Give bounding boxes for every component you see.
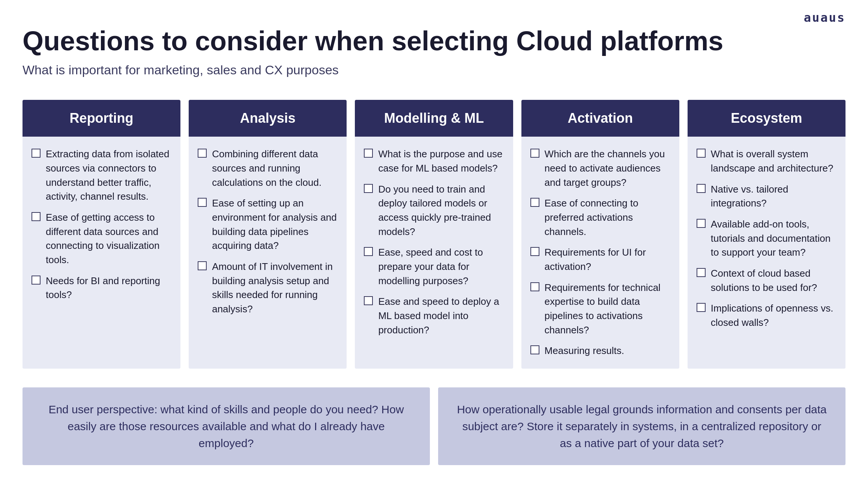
list-item: Requirements for UI for activation? — [530, 246, 670, 274]
column-ecosystem: EcosystemWhat is overall system landscap… — [688, 100, 845, 369]
list-item: Context of cloud based solutions to be u… — [697, 267, 836, 295]
list-item-text: Measuring results. — [545, 344, 624, 358]
list-item: Native vs. tailored integrations? — [697, 182, 836, 211]
list-item-text: Requirements for technical expertise to … — [545, 281, 670, 337]
checkbox-icon — [198, 261, 207, 270]
list-item-text: Combining different data sources and run… — [212, 147, 338, 190]
column-header-ecosystem: Ecosystem — [688, 100, 845, 137]
list-item: Requirements for technical expertise to … — [530, 281, 670, 337]
list-item-text: Do you need to train and deploy tailored… — [378, 182, 504, 239]
list-item: Extracting data from isolated sources vi… — [32, 147, 171, 204]
column-reporting: ReportingExtracting data from isolated s… — [23, 100, 180, 369]
checkbox-icon — [697, 184, 706, 193]
list-item: Measuring results. — [530, 344, 670, 358]
checkbox-icon — [198, 198, 207, 207]
checkbox-icon — [364, 184, 373, 193]
list-item-text: Ease of getting access to different data… — [46, 211, 171, 267]
list-item-text: Needs for BI and reporting tools? — [46, 274, 171, 302]
column-body-activation: Which are the channels you need to activ… — [521, 137, 679, 369]
checkbox-icon — [530, 149, 539, 158]
list-item-text: Ease of connecting to preferred activati… — [545, 196, 670, 239]
page-subtitle: What is important for marketing, sales a… — [23, 63, 845, 77]
checkbox-icon — [364, 247, 373, 256]
checkbox-icon — [198, 149, 207, 158]
columns-wrapper: ReportingExtracting data from isolated s… — [23, 100, 845, 369]
column-body-ecosystem: What is overall system landscape and arc… — [688, 137, 845, 369]
list-item-text: Context of cloud based solutions to be u… — [711, 267, 836, 295]
checkbox-icon — [530, 247, 539, 256]
list-item-text: Requirements for UI for activation? — [545, 246, 670, 274]
list-item-text: Native vs. tailored integrations? — [711, 182, 836, 211]
column-modelling: Modelling & MLWhat is the purpose and us… — [355, 100, 513, 369]
checkbox-icon — [32, 276, 41, 285]
column-analysis: AnalysisCombining different data sources… — [189, 100, 347, 369]
list-item-text: Extracting data from isolated sources vi… — [46, 147, 171, 204]
list-item-text: What is the purpose and use case for ML … — [378, 147, 504, 175]
checkbox-icon — [530, 198, 539, 207]
checkbox-icon — [697, 149, 706, 158]
column-header-analysis: Analysis — [189, 100, 347, 137]
list-item: Implications of openness vs. closed wall… — [697, 301, 836, 330]
list-item-text: Which are the channels you need to activ… — [545, 147, 670, 190]
list-item: Amount of IT involvement in building ana… — [198, 260, 338, 316]
checkbox-icon — [364, 296, 373, 305]
bottom-box-bottom-left: End user perspective: what kind of skill… — [23, 387, 430, 465]
list-item-text: Implications of openness vs. closed wall… — [711, 301, 836, 330]
list-item-text: Ease, speed and cost to prepare your dat… — [378, 246, 504, 288]
logo: auaus — [804, 11, 845, 25]
list-item: What is overall system landscape and arc… — [697, 147, 836, 175]
column-header-modelling: Modelling & ML — [355, 100, 513, 137]
list-item: Ease of setting up an environment for an… — [198, 196, 338, 253]
list-item-text: Available add-on tools, tutorials and do… — [711, 217, 836, 260]
column-body-reporting: Extracting data from isolated sources vi… — [23, 137, 180, 369]
column-activation: ActivationWhich are the channels you nee… — [521, 100, 679, 369]
list-item: Available add-on tools, tutorials and do… — [697, 217, 836, 260]
column-header-activation: Activation — [521, 100, 679, 137]
list-item-text: Ease of setting up an environment for an… — [212, 196, 338, 253]
list-item-text: Amount of IT involvement in building ana… — [212, 260, 338, 316]
page-title: Questions to consider when selecting Clo… — [23, 26, 845, 56]
column-body-analysis: Combining different data sources and run… — [189, 137, 347, 369]
list-item: Ease of connecting to preferred activati… — [530, 196, 670, 239]
column-header-reporting: Reporting — [23, 100, 180, 137]
bottom-box-bottom-right: How operationally usable legal grounds i… — [438, 387, 845, 465]
checkbox-icon — [697, 268, 706, 277]
checkbox-icon — [32, 212, 41, 221]
list-item: Ease of getting access to different data… — [32, 211, 171, 267]
list-item: Ease, speed and cost to prepare your dat… — [364, 246, 504, 288]
checkbox-icon — [530, 345, 539, 354]
checkbox-icon — [530, 282, 539, 291]
list-item: Ease and speed to deploy a ML based mode… — [364, 295, 504, 337]
list-item: Do you need to train and deploy tailored… — [364, 182, 504, 239]
list-item: Combining different data sources and run… — [198, 147, 338, 190]
list-item: What is the purpose and use case for ML … — [364, 147, 504, 175]
checkbox-icon — [32, 149, 41, 158]
bottom-boxes: End user perspective: what kind of skill… — [23, 387, 845, 465]
checkbox-icon — [697, 219, 706, 228]
column-body-modelling: What is the purpose and use case for ML … — [355, 137, 513, 369]
list-item-text: What is overall system landscape and arc… — [711, 147, 836, 175]
checkbox-icon — [364, 149, 373, 158]
checkbox-icon — [697, 303, 706, 312]
list-item: Which are the channels you need to activ… — [530, 147, 670, 190]
list-item-text: Ease and speed to deploy a ML based mode… — [378, 295, 504, 337]
list-item: Needs for BI and reporting tools? — [32, 274, 171, 302]
